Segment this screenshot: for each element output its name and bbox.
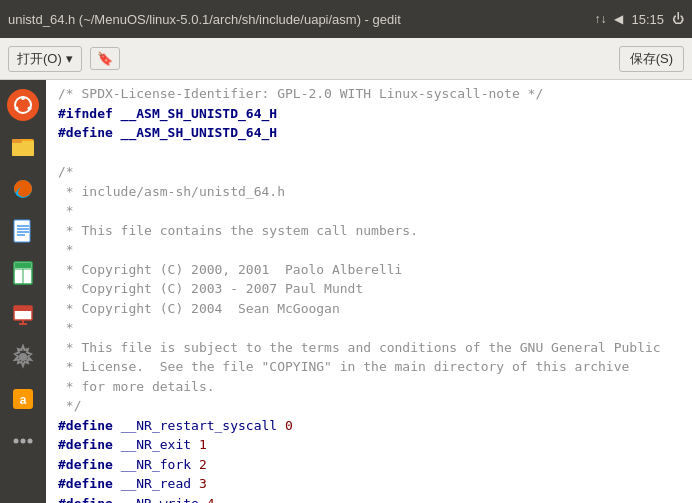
code-line: * include/asm-sh/unistd_64.h — [46, 182, 692, 202]
code-line: */ — [46, 396, 692, 416]
code-line: #ifndef __ASM_SH_UNISTD_64_H — [46, 104, 692, 124]
svg-rect-17 — [15, 263, 31, 268]
toolbar: 打开(O) ▾ 🔖 保存(S) — [0, 38, 692, 80]
svg-point-22 — [19, 353, 27, 361]
code-line: * — [46, 240, 692, 260]
sidebar-item-calc[interactable] — [4, 254, 42, 292]
svg-point-2 — [28, 107, 32, 111]
code-line: * Copyright (C) 2003 - 2007 Paul Mundt — [46, 279, 692, 299]
sidebar-item-amazon[interactable]: a — [4, 380, 42, 418]
network-icon: ↑↓ — [594, 12, 606, 26]
editor-area: /* SPDX-License-Identifier: GPL-2.0 WITH… — [46, 80, 692, 503]
code-line: #define __NR_restart_syscall 0 — [46, 416, 692, 436]
sidebar: a — [0, 80, 46, 503]
save-button[interactable]: 保存(S) — [619, 46, 684, 72]
code-line: * This file contains the system call num… — [46, 221, 692, 241]
titlebar-right: ↑↓ ◀ 15:15 ⏻ — [594, 12, 684, 27]
sidebar-item-impress[interactable] — [4, 296, 42, 334]
svg-rect-9 — [14, 220, 30, 242]
code-line: * Copyright (C) 2000, 2001 Paolo Alberel… — [46, 260, 692, 280]
titlebar-left: unistd_64.h (~/MenuOS/linux-5.0.1/arch/s… — [8, 12, 401, 27]
code-line: #define __NR_read 3 — [46, 474, 692, 494]
svg-text:a: a — [20, 393, 27, 407]
svg-point-3 — [15, 107, 19, 111]
code-line: * — [46, 318, 692, 338]
code-line: #define __NR_exit 1 — [46, 435, 692, 455]
bookmark-icon: 🔖 — [97, 51, 113, 66]
code-line — [46, 143, 692, 163]
code-line: * License. See the file "COPYING" in the… — [46, 357, 692, 377]
sidebar-item-firefox[interactable] — [4, 170, 42, 208]
sidebar-item-ubuntu[interactable] — [4, 86, 42, 124]
sidebar-item-more[interactable] — [4, 422, 42, 460]
window-title: unistd_64.h (~/MenuOS/linux-5.0.1/arch/s… — [8, 12, 401, 27]
svg-rect-19 — [14, 306, 32, 311]
svg-point-25 — [14, 439, 19, 444]
bookmark-button[interactable]: 🔖 — [90, 47, 120, 70]
code-line: * — [46, 201, 692, 221]
clock: 15:15 — [631, 12, 664, 27]
power-icon: ⏻ — [672, 12, 684, 26]
code-line: /* — [46, 162, 692, 182]
svg-point-27 — [28, 439, 33, 444]
open-label: 打开(O) — [17, 50, 62, 68]
volume-icon: ◀ — [614, 12, 623, 26]
svg-rect-6 — [12, 139, 22, 143]
code-line: * This file is subject to the terms and … — [46, 338, 692, 358]
svg-point-1 — [21, 96, 25, 100]
ubuntu-logo — [7, 89, 39, 121]
code-line: #define __NR_write 4 — [46, 494, 692, 504]
sidebar-item-settings[interactable] — [4, 338, 42, 376]
open-dropdown-icon: ▾ — [66, 51, 73, 66]
sidebar-item-files[interactable] — [4, 128, 42, 166]
code-line: #define __NR_fork 2 — [46, 455, 692, 475]
code-line: * Copyright (C) 2004 Sean McGoogan — [46, 299, 692, 319]
main-layout: a /* SPDX-License-Identifier: GPL-2.0 WI… — [0, 80, 692, 503]
svg-point-26 — [21, 439, 26, 444]
code-line: * for more details. — [46, 377, 692, 397]
open-button[interactable]: 打开(O) ▾ — [8, 46, 82, 72]
code-editor[interactable]: /* SPDX-License-Identifier: GPL-2.0 WITH… — [46, 80, 692, 503]
code-line: #define __ASM_SH_UNISTD_64_H — [46, 123, 692, 143]
titlebar: unistd_64.h (~/MenuOS/linux-5.0.1/arch/s… — [0, 0, 692, 38]
code-line: /* SPDX-License-Identifier: GPL-2.0 WITH… — [46, 84, 692, 104]
svg-rect-5 — [12, 141, 34, 156]
sidebar-item-writer[interactable] — [4, 212, 42, 250]
